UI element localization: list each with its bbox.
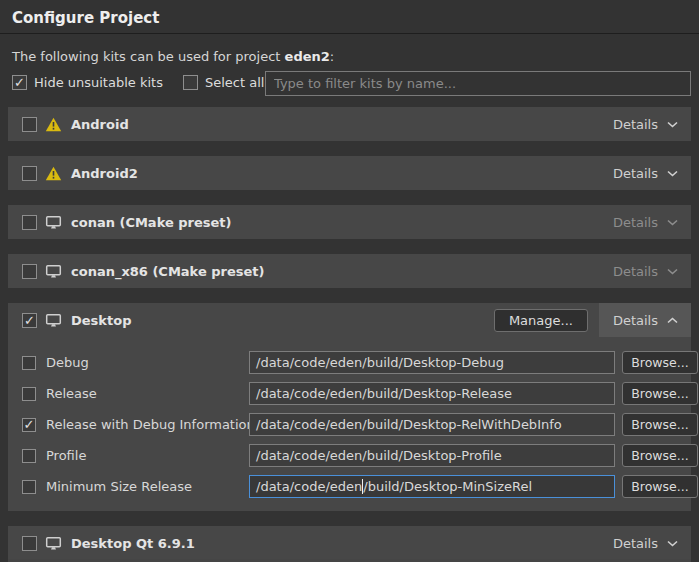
chevron-down-icon xyxy=(667,121,678,128)
browse-button[interactable]: Browse... xyxy=(622,475,698,498)
desktop-icon xyxy=(45,536,62,551)
kit-header: ✓DesktopManage...Details xyxy=(8,303,691,337)
browse-button[interactable]: Browse... xyxy=(622,444,698,467)
kit-checkbox[interactable] xyxy=(22,117,37,132)
hide-unsuitable-kits-checkbox[interactable]: ✓ Hide unsuitable kits xyxy=(12,75,163,90)
kit-header: Desktop Qt 6.9.1Details xyxy=(8,526,691,560)
checkbox-icon[interactable] xyxy=(183,75,198,90)
warning-icon xyxy=(45,117,62,132)
kit-name: Desktop xyxy=(71,313,131,328)
kit-header: AndroidDetails xyxy=(8,107,691,141)
build-path-input[interactable]: /data/code/eden/build/Desktop-Release xyxy=(249,382,615,405)
details-label: Details xyxy=(613,313,658,328)
chevron-down-icon xyxy=(667,540,678,547)
build-config-row: Profile/data/code/eden/build/Desktop-Pro… xyxy=(22,444,683,467)
kit-row: ✓DesktopManage...DetailsDebug/data/code/… xyxy=(8,303,691,511)
kit-row: conan (CMake preset)Details xyxy=(8,205,691,239)
intro-text: The following kits can be used for proje… xyxy=(12,49,334,64)
filter-bar: ✓ Hide unsuitable kits Select all kits xyxy=(12,75,292,90)
kit-checkbox[interactable] xyxy=(22,215,37,230)
project-name: eden2 xyxy=(285,49,330,64)
browse-button[interactable]: Browse... xyxy=(622,351,698,374)
kit-header: conan (CMake preset)Details xyxy=(8,205,691,239)
build-path-input[interactable]: /data/code/eden/build/Desktop-Debug xyxy=(249,351,615,374)
kit-row: Android2Details xyxy=(8,156,691,190)
kit-filter-input[interactable] xyxy=(265,71,691,96)
browse-button[interactable]: Browse... xyxy=(622,413,698,436)
kit-header: conan_x86 (CMake preset)Details xyxy=(8,254,691,288)
kit-checkbox[interactable]: ✓ xyxy=(22,313,37,328)
config-label: Release xyxy=(46,386,97,401)
details-button[interactable]: Details xyxy=(599,526,691,560)
build-config-row: ✓Release with Debug Information/data/cod… xyxy=(22,413,683,436)
kit-name: Android2 xyxy=(71,166,138,181)
desktop-icon xyxy=(45,264,62,279)
kit-checkbox[interactable] xyxy=(22,166,37,181)
kit-header: Android2Details xyxy=(8,156,691,190)
details-button[interactable]: Details xyxy=(599,303,691,337)
kit-name: Desktop Qt 6.9.1 xyxy=(71,536,195,551)
kit-list: AndroidDetailsAndroid2Detailsconan (CMak… xyxy=(8,107,691,562)
build-path-input[interactable]: /data/code/eden/build/Desktop-MinSizeRel xyxy=(249,475,615,498)
chevron-down-icon xyxy=(667,268,678,275)
config-checkbox[interactable] xyxy=(22,387,36,401)
kit-checkbox[interactable] xyxy=(22,536,37,551)
details-label: Details xyxy=(613,117,658,132)
kit-name: conan (CMake preset) xyxy=(71,215,232,230)
build-config-row: Release/data/code/eden/build/Desktop-Rel… xyxy=(22,382,683,405)
details-label: Details xyxy=(613,166,658,181)
config-label: Profile xyxy=(46,448,86,463)
details-button: Details xyxy=(599,205,691,239)
desktop-icon xyxy=(45,313,62,328)
kit-row: AndroidDetails xyxy=(8,107,691,141)
title-separator xyxy=(0,33,699,34)
desktop-icon xyxy=(45,215,62,230)
browse-button[interactable]: Browse... xyxy=(622,382,698,405)
manage-button[interactable]: Manage... xyxy=(494,309,588,332)
chevron-up-icon xyxy=(667,317,678,324)
checkbox-icon[interactable]: ✓ xyxy=(12,75,27,90)
build-path-input[interactable]: /data/code/eden/build/Desktop-Profile xyxy=(249,444,615,467)
details-label: Details xyxy=(613,215,658,230)
build-config-row: Minimum Size Release/data/code/eden/buil… xyxy=(22,475,683,498)
kit-name: Android xyxy=(71,117,129,132)
page-title: Configure Project xyxy=(12,9,159,27)
build-config-row: Debug/data/code/eden/build/Desktop-Debug… xyxy=(22,351,683,374)
hide-unsuitable-kits-label: Hide unsuitable kits xyxy=(34,75,163,90)
config-label: Release with Debug Information xyxy=(46,417,255,432)
config-checkbox[interactable] xyxy=(22,449,36,463)
build-path-input[interactable]: /data/code/eden/build/Desktop-RelWithDeb… xyxy=(249,413,615,436)
config-checkbox[interactable]: ✓ xyxy=(22,418,36,432)
details-button[interactable]: Details xyxy=(599,107,691,141)
config-label: Debug xyxy=(46,355,89,370)
chevron-down-icon xyxy=(667,170,678,177)
kit-row: conan_x86 (CMake preset)Details xyxy=(8,254,691,288)
config-checkbox[interactable] xyxy=(22,356,36,370)
config-label: Minimum Size Release xyxy=(46,479,192,494)
chevron-down-icon xyxy=(667,219,678,226)
build-config-list: Debug/data/code/eden/build/Desktop-Debug… xyxy=(8,337,691,511)
warning-icon xyxy=(45,166,62,181)
details-button[interactable]: Details xyxy=(599,156,691,190)
config-checkbox[interactable] xyxy=(22,480,36,494)
kit-row: Desktop Qt 6.9.1Details xyxy=(8,526,691,560)
details-button: Details xyxy=(599,254,691,288)
kit-checkbox[interactable] xyxy=(22,264,37,279)
kit-name: conan_x86 (CMake preset) xyxy=(71,264,265,279)
details-label: Details xyxy=(613,264,658,279)
details-label: Details xyxy=(613,536,658,551)
